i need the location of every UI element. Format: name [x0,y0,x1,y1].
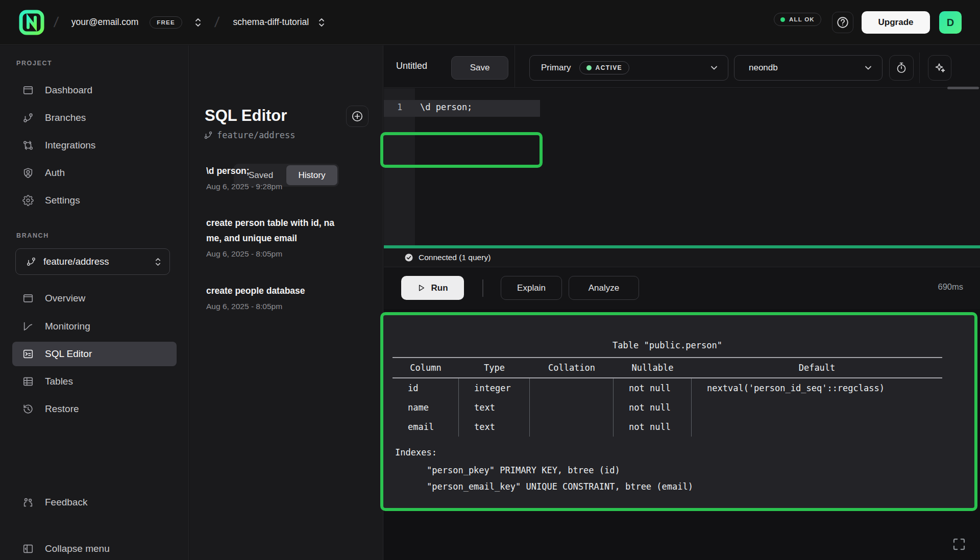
run-button[interactable]: Run [401,276,464,300]
sidebar-item-feedback[interactable]: Feedback [12,490,177,515]
settings-icon [22,195,34,206]
top-bar: / your@email.com FREE / schema-diff-tuto… [0,0,980,45]
sidebar-item-settings[interactable]: Settings [12,188,177,213]
database-selector[interactable]: neondb [734,55,883,81]
panel-branch-label: feature/address [217,130,296,140]
code-editor[interactable]: 1 \d person; [384,88,980,245]
history-query: \d person; [206,163,340,179]
history-item[interactable]: create people database Aug 6, 2025 - 8:0… [206,283,340,313]
sidebar-item-branches[interactable]: Branches [12,106,177,130]
editor-scrollbar[interactable] [947,87,979,89]
account-switcher-chevron-icon[interactable] [194,17,202,28]
breadcrumb-divider: / [53,14,59,31]
history-query: create people database [206,283,340,298]
monitoring-icon [22,321,34,332]
plan-badge: FREE [150,16,182,29]
history-item[interactable]: create person table with id, name, and u… [206,215,340,261]
sidebar-item-label: SQL Editor [45,348,92,360]
project-name[interactable]: schema-diff-tutorial [233,17,309,28]
sidebar-item-label: Feedback [45,497,87,508]
branches-icon [22,112,34,123]
avatar[interactable]: D [939,11,962,34]
main-area: Untitled Save Primary ACTIVE neondb [384,45,980,560]
sidebar-item-label: Integrations [45,140,95,151]
ai-assist-button[interactable] [928,55,951,81]
result-index-line: "person_pkey" PRIMARY KEY, btree (id) [393,462,942,478]
status-badge[interactable]: ALL OK [774,13,821,26]
results-area: Table "public.person" Column Type Collat… [384,309,980,560]
sidebar-item-dashboard[interactable]: Dashboard [12,78,177,103]
code-line[interactable]: \d person; [420,102,472,112]
sidebar-item-label: Branches [45,112,86,123]
result-row: email text not null [393,417,942,437]
sidebar-item-label: Monitoring [45,321,90,332]
sidebar-item-label: Tables [45,376,73,387]
sidebar-item-integrations[interactable]: Integrations [12,133,177,158]
new-query-button[interactable] [346,106,369,127]
editor-toolbar: Untitled Save Primary ACTIVE neondb [384,45,980,88]
sparkles-icon [934,62,946,74]
query-duration: 690ms [938,282,963,292]
compute-status-badge: ACTIVE [579,61,629,74]
result-header-row: Column Type Collation Nullable Default [393,358,942,377]
play-icon [417,284,426,292]
run-toolbar: Run Explain Analyze 690ms [384,267,980,309]
stopwatch-icon [895,62,908,74]
annotation-box-query [380,132,543,168]
question-mark-icon [836,16,849,29]
sidebar-item-label: Auth [45,167,65,179]
history-item[interactable]: \d person; Aug 6, 2025 - 9:28pm [206,163,340,193]
query-tab-title[interactable]: Untitled [396,61,427,71]
result-table-title: Table "public.person" [393,337,942,354]
result-output: Table "public.person" Column Type Collat… [386,318,971,505]
compute-name: Primary [541,63,571,73]
sidebar-item-auth[interactable]: Auth [12,161,177,185]
sidebar-item-tables[interactable]: Tables [12,369,177,394]
sql-editor-panel: SQL Editor feature/address Saved History… [189,45,383,560]
annotation-box-result: Table "public.person" Column Type Collat… [380,312,977,511]
panel-branch: feature/address [204,130,296,140]
upgrade-button[interactable]: Upgrade [862,11,930,34]
collapse-menu-button[interactable]: Collapse menu [12,537,177,560]
panel-title: SQL Editor [205,107,287,125]
sidebar-item-overview[interactable]: Overview [12,286,177,311]
line-number: 1 [397,102,402,112]
collapse-icon [22,543,34,554]
history-date: Aug 6, 2025 - 8:05pm [206,247,340,261]
chevron-down-icon [709,63,719,72]
tables-icon [22,376,34,387]
neon-logo-icon[interactable] [18,9,45,36]
help-button[interactable] [832,12,853,33]
compute-selector[interactable]: Primary ACTIVE [529,55,728,81]
fullscreen-button[interactable] [951,537,969,554]
connection-status-text: Connected (1 query) [419,253,491,262]
sidebar-item-label: Dashboard [45,85,92,96]
sql-editor-icon [22,348,34,360]
account-email[interactable]: your@email.com [71,17,139,28]
sidebar-item-monitoring[interactable]: Monitoring [12,314,177,339]
sidebar-item-restore[interactable]: Restore [12,397,177,421]
result-indexes-label: Indexes: [393,443,942,462]
query-timing-button[interactable] [889,55,914,81]
fullscreen-icon [951,537,967,552]
active-dot [586,65,592,70]
save-button[interactable]: Save [451,56,508,80]
check-circle-icon [404,253,413,262]
sidebar-item-sql-editor[interactable]: SQL Editor [12,342,177,366]
analyze-button[interactable]: Analyze [569,276,639,300]
sidebar-item-label: Collapse menu [45,543,110,554]
branch-icon [204,131,213,140]
app-window: / your@email.com FREE / schema-diff-tuto… [0,0,980,560]
toolbar-divider [919,53,920,83]
sidebar-item-label: Settings [45,195,80,206]
integrations-icon [22,140,34,151]
toolbar-divider [514,45,515,88]
branch-selector-value: feature/address [43,256,109,267]
project-section-label: PROJECT [16,60,52,67]
explain-button[interactable]: Explain [501,276,562,300]
sidebar-item-label: Restore [45,403,79,415]
project-switcher-chevron-icon[interactable] [318,17,325,28]
database-name: neondb [749,63,778,73]
branch-selector[interactable]: feature/address [15,248,170,275]
plus-circle-icon [351,110,364,123]
